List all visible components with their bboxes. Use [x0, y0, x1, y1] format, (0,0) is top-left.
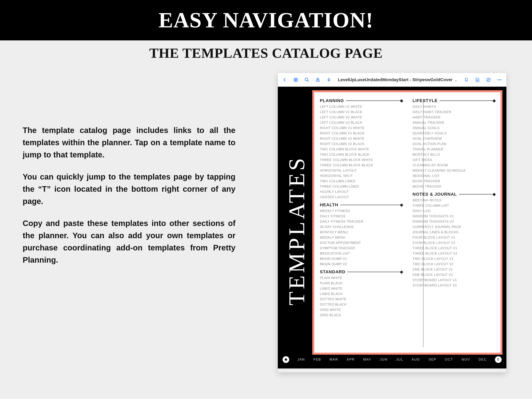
month-tab[interactable]: OCT: [445, 358, 453, 361]
template-link[interactable]: DAILY FITNESS: [320, 214, 402, 218]
template-link[interactable]: ANNUAL GOALS: [413, 126, 495, 130]
template-link[interactable]: ONE BLOCK LAYOUT V2: [413, 273, 495, 277]
template-link[interactable]: FOUR BLOCK LAYOUT V2: [413, 241, 495, 245]
explainer-text: The template catalog page includes links…: [23, 124, 235, 276]
bookmark-icon[interactable]: [463, 76, 470, 83]
search-icon[interactable]: [304, 76, 310, 83]
template-link[interactable]: CLEANING BY ROOM: [413, 163, 495, 167]
template-link[interactable]: THREE COLUMN BLOCK BLACK: [320, 163, 402, 167]
template-link[interactable]: DAILY FITNESS TRACKER: [320, 220, 402, 224]
template-link[interactable]: GOAL ACTION PLAN: [413, 142, 495, 146]
template-link[interactable]: HORIZONTAL SPLIT: [320, 174, 402, 178]
template-link[interactable]: PLAIN BLACK: [320, 281, 402, 285]
template-link[interactable]: CURRENTLY JOURNAL PAGE: [413, 225, 495, 229]
template-link[interactable]: QUARTERLY GOALS: [413, 131, 495, 135]
template-link[interactable]: DOCTOR APPOINTMENT: [320, 241, 402, 245]
month-tab[interactable]: DEC: [479, 358, 487, 361]
page-slider[interactable]: [278, 368, 506, 372]
month-tab[interactable]: NOV: [462, 358, 470, 361]
month-tab[interactable]: MAR: [330, 358, 338, 361]
template-link[interactable]: THREE COLUMN LINED: [320, 185, 402, 189]
document-title[interactable]: LevelUpLuxeUndatedMondayStart - Stripesw…: [336, 77, 459, 82]
template-link[interactable]: MEDICATION LIST: [320, 252, 402, 256]
template-link[interactable]: PLAIN WHITE: [320, 276, 402, 280]
template-link[interactable]: STORYBOARD LAYOUT V2: [413, 284, 495, 287]
template-link[interactable]: DAILY LOG: [413, 209, 495, 213]
template-link[interactable]: THREE BLOCK LAYOUT V1: [413, 246, 495, 250]
template-link[interactable]: LEFT COLUMN V2 WHITE: [320, 115, 402, 119]
month-tab[interactable]: JAN: [297, 358, 305, 361]
template-link[interactable]: MEETING NOTES: [413, 198, 495, 202]
month-tab[interactable]: APR: [347, 358, 355, 361]
template-link[interactable]: HORIZONTAL LAYOUT: [320, 169, 402, 173]
template-link[interactable]: THREE BLOCK LAYOUT V2: [413, 252, 495, 256]
template-link[interactable]: TWO BLOCK LAYOUT V1: [413, 257, 495, 261]
month-tab[interactable]: JUN: [380, 358, 387, 361]
template-link[interactable]: LEFT COLUMN V2 BLACK: [320, 121, 402, 125]
template-link[interactable]: 30 DAY CHALLENGE: [320, 225, 402, 229]
tablet-screenshot: LevelUpLuxeUndatedMondayStart - Stripesw…: [278, 73, 506, 372]
template-link[interactable]: DOTTED BLACK: [320, 303, 402, 307]
thumbnails-icon[interactable]: [292, 76, 299, 83]
home-icon[interactable]: [283, 356, 289, 363]
template-link[interactable]: LEFT COLUMN V1 BLACK: [320, 110, 402, 114]
template-link[interactable]: RIGHT COLUMN V2 BLACK: [320, 142, 402, 146]
share-icon[interactable]: [315, 76, 321, 83]
annotate-icon[interactable]: [485, 76, 492, 83]
template-link[interactable]: MOVIE TRACKER: [413, 185, 495, 189]
month-tab[interactable]: MAY: [363, 358, 371, 361]
template-link[interactable]: GOAL OVERVIEW: [413, 137, 495, 141]
templates-shortcut-icon[interactable]: T: [495, 356, 502, 363]
month-tab[interactable]: JUL: [396, 358, 403, 361]
template-link[interactable]: GRID BLACK: [320, 313, 402, 317]
template-link[interactable]: LINED WHITE: [320, 287, 402, 291]
template-link[interactable]: RIGHT COLUMN V2 WHITE: [320, 137, 402, 141]
template-link[interactable]: RANDOM THOUGHTS V2: [413, 220, 495, 224]
template-link[interactable]: HOURLY LAYOUT: [320, 190, 402, 194]
template-link[interactable]: ONE BLOCK LAYOUT V1: [413, 268, 495, 272]
template-link[interactable]: DAILY HABITS: [413, 105, 495, 109]
template-link[interactable]: TWO COLUMN BLOCK WHITE: [320, 147, 402, 151]
template-link[interactable]: SYMPTOM TRACKER: [320, 246, 402, 250]
template-link[interactable]: WEEKLY CLEANING SCHEDULE: [413, 169, 495, 173]
back-icon[interactable]: [281, 76, 288, 83]
template-link[interactable]: THREE COLUMN LIST: [413, 204, 495, 208]
template-link[interactable]: MONTHLY MENU: [320, 230, 402, 234]
template-link[interactable]: BRAIN DUMP V1: [320, 257, 402, 261]
template-link[interactable]: RIGHT COLUMN V1 BLACK: [320, 131, 402, 135]
month-tab[interactable]: AUG: [412, 358, 420, 361]
template-link[interactable]: LEFT COLUMN V1 WHITE: [320, 105, 402, 109]
template-link[interactable]: WEEKLY MENU: [320, 236, 402, 240]
mic-icon[interactable]: [325, 76, 332, 83]
add-page-icon[interactable]: [474, 76, 481, 83]
template-link[interactable]: SEASONAL LIST: [413, 174, 495, 178]
month-tab[interactable]: FEB: [313, 358, 321, 361]
explainer-paragraph-3: Copy and paste these templates into othe…: [23, 217, 235, 266]
template-link[interactable]: GRID WHITE: [320, 308, 402, 312]
template-link[interactable]: MONTHLY BILLS: [413, 153, 495, 157]
template-link[interactable]: DOTTED WHITE: [320, 297, 402, 301]
template-link[interactable]: STORYBOARD LAYOUT V1: [413, 278, 495, 282]
more-icon[interactable]: [496, 76, 503, 83]
template-link[interactable]: ANNUAL TRACKER: [413, 121, 495, 125]
template-link[interactable]: DAILY HABIT TRACKER: [413, 110, 495, 114]
template-link[interactable]: TWO COLUMN LINED: [320, 179, 402, 183]
template-link[interactable]: WEEKLY FITNESS: [320, 209, 402, 213]
template-link[interactable]: BRAIN DUMP V2: [320, 262, 402, 266]
template-link[interactable]: LINED BLACK: [320, 292, 402, 296]
month-tabs: JANFEBMARAPRMAYJUNJULAUGSEPOCTNOVDEC: [293, 358, 491, 361]
template-link[interactable]: TRAVEL PLANNER: [413, 147, 495, 151]
template-link[interactable]: RIGHT COLUMN V1 WHITE: [320, 126, 402, 130]
template-link[interactable]: GIFT IDEAS: [413, 158, 495, 162]
template-link[interactable]: HABIT TRACKER: [413, 115, 495, 119]
template-link[interactable]: THREE COLUMN BLOCK WHITE: [320, 158, 402, 162]
template-link[interactable]: TWO COLUMN BLOCK BLACK: [320, 153, 402, 157]
section-title-planning: PLANNING: [320, 98, 402, 103]
template-link[interactable]: RANDOM THOUGHTS V1: [413, 214, 495, 218]
template-link[interactable]: JOURNAL LINES & BLOCKS: [413, 230, 495, 234]
template-link[interactable]: FOUR BLOCK LAYOUT V1: [413, 236, 495, 240]
template-link[interactable]: TWO BLOCK LAYOUT V2: [413, 262, 495, 266]
month-tab[interactable]: SEP: [429, 358, 437, 361]
template-link[interactable]: BOOK TRACKER: [413, 179, 495, 183]
template-link[interactable]: CENTER LAYOUT: [320, 195, 402, 199]
